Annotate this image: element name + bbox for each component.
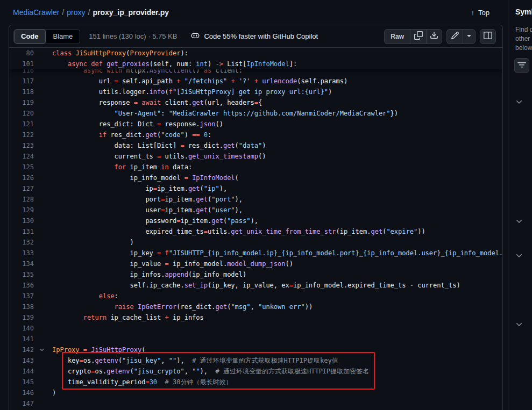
tab-blame[interactable]: Blame (46, 30, 80, 44)
line-gutter (34, 119, 52, 130)
line-gutter (34, 172, 52, 183)
code-text: response = await client.get(url, headers… (52, 97, 262, 108)
line-number[interactable]: 138 (9, 301, 34, 312)
chevron-down-icon[interactable] (515, 98, 523, 106)
line-number[interactable]: 125 (9, 162, 34, 172)
line-gutter (34, 398, 52, 409)
file-toolbar: Code Blame 151 lines (130 loc) · 5.75 KB… (9, 25, 502, 48)
code-viewer: 116 async with httpx.AsyncClient() as cl… (9, 48, 502, 410)
breadcrumb-repo-link[interactable]: MediaCrawler (13, 8, 59, 17)
line-gutter (34, 162, 52, 172)
symbols-panel-toggle-button[interactable] (480, 29, 496, 44)
line-number[interactable]: 140 (9, 323, 34, 334)
code-line: 122 if res_dict.get("code") == 0: (9, 130, 502, 140)
line-number[interactable]: 145 (9, 377, 34, 387)
line-number[interactable]: 117 (9, 76, 34, 87)
triangle-down-icon (465, 31, 473, 41)
line-gutter (34, 387, 52, 398)
line-number[interactable]: 129 (9, 205, 34, 215)
code-line: 128 port=ip_item.get("port"), (9, 194, 502, 205)
line-number[interactable]: 143 (9, 355, 34, 366)
line-number[interactable]: 137 (9, 291, 34, 301)
code-text: res_dict: Dict = response.json() (52, 119, 223, 130)
line-number[interactable]: 128 (9, 194, 34, 205)
copy-raw-button[interactable] (410, 29, 426, 44)
line-gutter (34, 215, 52, 226)
line-gutter (34, 269, 52, 280)
code-line: 144 crypto=os.getenv("jisu_crypto", ""),… (9, 366, 502, 377)
code-text: expired_time_ts=utils.get_unix_time_from… (52, 226, 425, 237)
copilot-banner[interactable]: Code 55% faster with GitHub Copilot (191, 31, 318, 42)
line-number[interactable]: 123 (9, 140, 34, 151)
raw-button[interactable]: Raw (384, 29, 410, 44)
code-line: 139 return ip_cache_list + ip_infos (9, 312, 502, 323)
line-number[interactable]: 80 (9, 48, 34, 59)
chevron-down-icon[interactable] (515, 217, 523, 226)
code-line: 125 for ip_item in data: (9, 162, 502, 172)
line-number[interactable]: 122 (9, 130, 34, 140)
line-number[interactable]: 139 (9, 312, 34, 323)
code-text: ip_value = ip_info_model.model_dump_json… (52, 258, 293, 269)
breadcrumb-folder-link[interactable]: proxy (67, 8, 85, 17)
line-number[interactable]: 124 (9, 151, 34, 162)
code-line: 124 current_ts = utils.get_unix_timestam… (9, 151, 502, 162)
edit-button[interactable] (446, 29, 463, 44)
line-number[interactable]: 127 (9, 183, 34, 194)
code-text: class JiSuHttpProxy(ProxyProvider): (52, 48, 188, 59)
line-number[interactable]: 120 (9, 108, 34, 119)
line-number[interactable]: 130 (9, 215, 34, 226)
line-gutter (34, 194, 52, 205)
filter-symbols-button[interactable] (514, 58, 529, 73)
line-gutter (34, 183, 52, 194)
code-text: ip_key = f"JISUHTTP_{ip_info_model.ip}_{… (52, 248, 502, 258)
line-number[interactable]: 121 (9, 119, 34, 130)
line-gutter (34, 205, 52, 215)
line-number[interactable]: 119 (9, 97, 34, 108)
line-number[interactable]: 101 (9, 59, 34, 69)
line-number[interactable]: 147 (9, 398, 34, 409)
code-blame-switcher: Code Blame (13, 29, 80, 44)
chevron-down-icon[interactable] (515, 251, 523, 260)
back-to-top-button[interactable]: ↑ Top (471, 9, 490, 17)
code-line: 142IpProxy = JiSuHttpProxy( (9, 344, 502, 355)
line-number[interactable]: 142 (9, 344, 34, 355)
chevron-down-icon[interactable] (515, 320, 523, 329)
download-raw-button[interactable] (426, 29, 442, 44)
edit-dropdown-button[interactable] (463, 29, 476, 44)
line-gutter (34, 248, 52, 258)
symbols-panel-hint: Find definitions and references for func… (515, 25, 532, 53)
line-number[interactable]: 131 (9, 226, 34, 237)
line-number[interactable]: 135 (9, 269, 34, 280)
side-panel-icon (484, 31, 492, 41)
line-gutter (34, 312, 52, 323)
line-number[interactable]: 141 (9, 334, 34, 344)
line-number[interactable]: 146 (9, 387, 34, 398)
line-number[interactable]: 133 (9, 248, 34, 258)
breadcrumb-file-name: proxy_ip_provider.py (93, 8, 169, 17)
filter-icon (517, 61, 526, 71)
code-text: IpProxy = JiSuHttpProxy( (52, 344, 145, 355)
line-number[interactable]: 136 (9, 280, 34, 291)
code-text: ip_infos.append(ip_info_model) (52, 269, 246, 280)
code-text: self.ip_cache.set_ip(ip_key, ip_value, e… (52, 280, 460, 291)
line-number[interactable]: 126 (9, 172, 34, 183)
code-line: 119 response = await client.get(url, hea… (9, 97, 502, 108)
line-gutter (34, 366, 52, 377)
line-gutter (34, 291, 52, 301)
line-number[interactable]: 144 (9, 366, 34, 377)
tab-code[interactable]: Code (14, 30, 46, 44)
arrow-up-icon: ↑ (471, 9, 475, 17)
code-line: 117 url = self.api_path + "/fetchips" + … (9, 76, 502, 87)
line-gutter (34, 280, 52, 291)
line-number[interactable]: 118 (9, 87, 34, 97)
code-line: 120 "User-Agent": "MediaCrawler https://… (9, 108, 502, 119)
code-line: 147 (9, 398, 502, 409)
code-line: 143 key=os.getenv("jisu_key", ""), # 通过环… (9, 355, 502, 366)
edit-button-group (446, 29, 476, 44)
line-number[interactable]: 134 (9, 258, 34, 269)
collapse-chevron-icon[interactable] (34, 344, 52, 355)
line-number[interactable]: 132 (9, 237, 34, 248)
code-text: time_validity_period=30 # 30分钟（最长时效） (52, 377, 232, 387)
code-line: 137 else: (9, 291, 502, 301)
code-panel: Code Blame 151 lines (130 loc) · 5.75 KB… (9, 25, 503, 410)
